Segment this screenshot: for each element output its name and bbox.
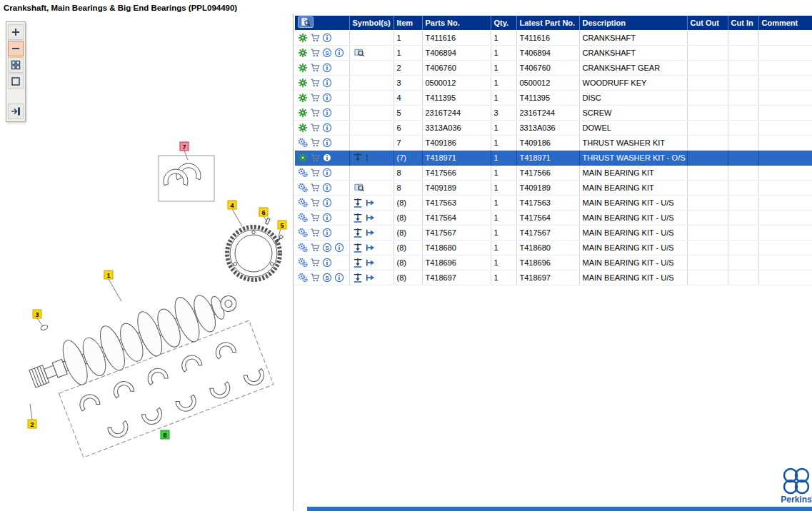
info-icon[interactable]	[322, 33, 332, 43]
callout-3[interactable]: 3	[33, 310, 41, 318]
table-row[interactable]: (8) T417563 1 T417563 MAIN BEARING KIT -…	[295, 195, 812, 210]
order-gear-icon[interactable]	[298, 153, 308, 163]
table-row[interactable]: (8) T417567 1 T417567 MAIN BEARING KIT -…	[295, 225, 812, 240]
table-row[interactable]: (7) T418971 1 T418971 THRUST WASHER KIT …	[295, 150, 812, 165]
cart-icon[interactable]	[310, 108, 320, 118]
cart-icon[interactable]	[310, 258, 320, 268]
order-gear-icon[interactable]	[298, 228, 308, 238]
cart-icon[interactable]	[310, 78, 320, 88]
table-row[interactable]: (8) T417564 1 T417564 MAIN BEARING KIT -…	[295, 210, 812, 225]
table-row[interactable]: 2 T406760 1 T406760 CRANKSHAFT GEAR	[295, 60, 812, 75]
comment-cell	[758, 90, 812, 105]
info-icon[interactable]	[322, 153, 332, 163]
book-lookup-icon[interactable]	[353, 48, 366, 58]
find-column-header[interactable]	[295, 16, 349, 30]
column-header-latest-part-no-[interactable]: Latest Part No.	[516, 16, 579, 30]
cart-icon[interactable]	[310, 123, 320, 133]
supersession-s-icon[interactable]	[322, 273, 332, 283]
order-gear-icon[interactable]	[298, 108, 308, 118]
callout-5[interactable]: 5	[278, 221, 286, 229]
cart-icon[interactable]	[310, 183, 320, 193]
order-gear-icon[interactable]	[298, 93, 308, 103]
info-icon[interactable]	[322, 138, 332, 148]
column-header-symbol-s-[interactable]: Symbol(s)	[349, 16, 394, 30]
callout-8[interactable]: 8	[161, 430, 169, 439]
cart-icon[interactable]	[310, 168, 320, 178]
cart-icon[interactable]	[310, 273, 320, 283]
column-header-cut-out[interactable]: Cut Out	[687, 16, 728, 30]
cart-icon[interactable]	[310, 243, 320, 253]
table-row[interactable]: 4 T411395 1 T411395 DISC	[295, 90, 812, 105]
info-icon[interactable]	[322, 63, 332, 73]
callout-6[interactable]: 6	[259, 208, 268, 216]
cart-icon[interactable]	[310, 213, 320, 223]
table-row[interactable]: 8 T417566 1 T417566 MAIN BEARING KIT	[295, 165, 812, 180]
cart-icon[interactable]	[310, 138, 320, 148]
callout-2[interactable]: 2	[28, 420, 36, 428]
order-gear-icon[interactable]	[298, 63, 308, 73]
info-icon[interactable]	[322, 93, 332, 103]
info-icon[interactable]	[322, 198, 332, 208]
callout-4[interactable]: 4	[228, 201, 236, 209]
column-header-qty-[interactable]: Qty.	[491, 16, 516, 30]
cart-icon[interactable]	[310, 33, 320, 43]
info-icon[interactable]	[322, 168, 332, 178]
column-header-parts-no-[interactable]: Parts No.	[422, 16, 491, 30]
table-row[interactable]: 1 T411616 1 T411616 CRANKSHAFT	[295, 30, 812, 45]
order-gear-icon[interactable]	[298, 198, 308, 208]
column-header-comment[interactable]: Comment	[758, 16, 812, 30]
supersession-s-icon[interactable]	[322, 243, 332, 253]
column-header-cut-in[interactable]: Cut In	[728, 16, 758, 30]
order-gear-icon[interactable]	[298, 168, 308, 178]
cart-icon[interactable]	[310, 198, 320, 208]
info-icon[interactable]	[322, 183, 332, 193]
table-row[interactable]: 8 T409189 1 T409189 MAIN BEARING KIT	[295, 180, 812, 195]
size-arrow-icon	[365, 153, 375, 163]
info-icon[interactable]	[322, 108, 332, 118]
callout-1[interactable]: 1	[104, 270, 113, 279]
table-row[interactable]: 3 0500012 1 0500012 WOODRUFF KEY	[295, 75, 812, 90]
info-icon[interactable]	[334, 243, 344, 253]
info-icon[interactable]	[334, 48, 344, 58]
table-row[interactable]: (8) T418697 1 T418697 MAIN BEARING KIT -…	[295, 270, 812, 285]
grid-view-button[interactable]	[8, 57, 24, 73]
zoom-in-button[interactable]	[8, 24, 24, 40]
find-icon[interactable]	[298, 16, 314, 28]
order-gear-icon[interactable]	[298, 243, 308, 253]
order-gear-icon[interactable]	[298, 273, 308, 283]
zoom-out-button[interactable]	[8, 41, 24, 56]
toggle-panel-button[interactable]	[8, 103, 24, 119]
table-row[interactable]: (8) T418680 1 T418680 MAIN BEARING KIT -…	[295, 240, 812, 255]
cart-icon[interactable]	[310, 93, 320, 103]
table-row[interactable]: 1 T406894 1 T406894 CRANKSHAFT	[295, 45, 812, 60]
order-gear-icon[interactable]	[298, 123, 308, 133]
order-gear-icon[interactable]	[298, 48, 308, 58]
bottom-scrollbar[interactable]	[307, 507, 812, 511]
column-header-description[interactable]: Description	[579, 16, 687, 30]
order-gear-icon[interactable]	[298, 78, 308, 88]
fit-page-button[interactable]	[8, 74, 24, 89]
info-icon[interactable]	[322, 258, 332, 268]
info-icon[interactable]	[334, 273, 344, 283]
table-row[interactable]: (8) T418696 1 T418696 MAIN BEARING KIT -…	[295, 255, 812, 270]
supersession-s-icon[interactable]	[322, 48, 332, 58]
order-gear-icon[interactable]	[298, 213, 308, 223]
table-row[interactable]: 5 2316T244 3 2316T244 SCREW	[295, 105, 812, 120]
table-row[interactable]: 6 3313A036 1 3313A036 DOWEL	[295, 120, 812, 135]
order-gear-icon[interactable]	[298, 138, 308, 148]
cart-icon[interactable]	[310, 63, 320, 73]
order-gear-icon[interactable]	[298, 258, 308, 268]
info-icon[interactable]	[322, 213, 332, 223]
book-lookup-icon[interactable]	[353, 183, 366, 193]
column-header-item[interactable]: Item	[394, 16, 422, 30]
table-row[interactable]: 7 T409186 1 T409186 THRUST WASHER KIT	[295, 135, 812, 150]
cart-icon[interactable]	[310, 48, 320, 58]
order-gear-icon[interactable]	[298, 33, 308, 43]
order-gear-icon[interactable]	[298, 183, 308, 193]
info-icon[interactable]	[322, 78, 332, 88]
info-icon[interactable]	[322, 228, 332, 238]
info-icon[interactable]	[322, 123, 332, 133]
cart-icon[interactable]	[310, 153, 320, 163]
callout-7[interactable]: 7	[180, 142, 189, 151]
cart-icon[interactable]	[310, 228, 320, 238]
